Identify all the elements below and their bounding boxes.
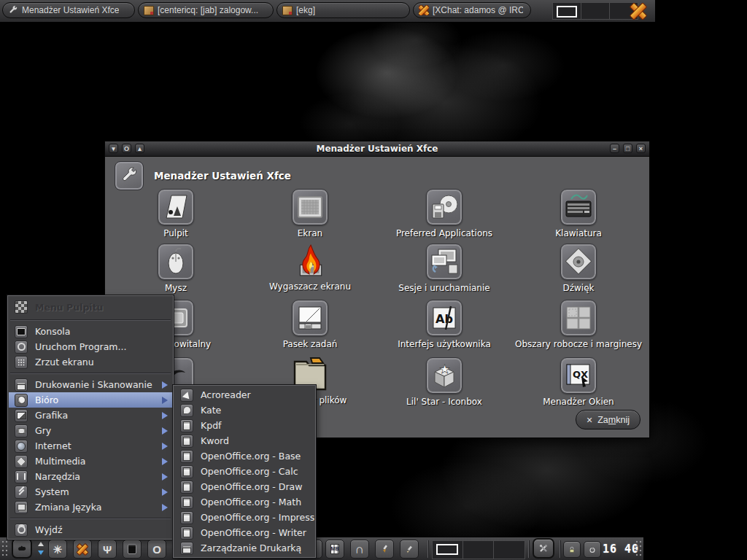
panel-down-arrow-icon[interactable] [38,551,44,555]
kate-icon [180,404,193,417]
xchat-tray-icon[interactable] [630,3,646,19]
psi-launcher[interactable]: Ψ [98,540,117,559]
bioro-submenu: Acroreader Kate Kpdf Kword OpenOffice.or… [173,385,316,558]
panel-handle-left[interactable] [1,540,8,558]
settings-item-pasek-zadan[interactable]: Pasek zadań [244,300,376,349]
settings-item-ekran[interactable]: Ekran [244,189,376,238]
menu-item-internet[interactable]: Internet [9,438,172,454]
settings-item-pulpit[interactable]: Pulpit [110,189,241,238]
maximize-button[interactable]: □ [623,144,632,153]
submenu-item-oo-draw[interactable]: OpenOffice.org - Draw [174,479,314,494]
workspace-2[interactable] [463,541,494,559]
office-clock-icon [15,394,28,407]
taskbar-button-centericq[interactable]: [centericq: [jab] zalogow... [138,2,274,18]
window-titlebar[interactable]: ▾ O ▴ Menadżer Ustawień Xfce – □ × [105,141,649,157]
headphones-launcher[interactable]: ∩ [350,540,369,559]
lock-screen-button[interactable] [563,541,581,558]
submenu-arrow-icon [162,412,168,419]
taskbar-button-xchat[interactable]: [XChat: adamos @ IRCne... [413,2,531,18]
sticky-button[interactable]: O [122,144,131,153]
menu-item-konsola[interactable]: Konsola [9,324,172,339]
draw-launcher[interactable] [400,540,419,559]
menu-separator [10,373,171,374]
desktop-icon [158,189,194,225]
settings-item-label: Sesje i uruchamianie [379,283,510,293]
settings-item-sesje[interactable]: Sesje i uruchamianie [379,244,510,293]
submenu-item-oo-writer[interactable]: OpenOffice.org - Writer [174,525,314,540]
wrench-small-icon [15,486,28,499]
power-icon [589,544,596,556]
menu-item-wyjdz[interactable]: Wyjdź [9,522,172,537]
pencil-icon [405,542,414,556]
menu-item-zmiana-jezyka[interactable]: Zmiana Języka [9,499,172,515]
menu-item-multimedia[interactable]: Multimedia [9,454,172,469]
settings-item-label: Dźwięk [513,283,644,293]
terminal-launcher[interactable] [123,540,142,559]
settings-item-dzwiek[interactable]: Dźwięk [513,244,644,293]
workspace-window-outline [557,6,577,18]
close-dialog-button[interactable]: × Zamknij [576,410,640,429]
power-button[interactable] [584,541,601,558]
settings-item-wygaszacz[interactable]: Wygaszacz ekranu [244,244,376,292]
submenu-item-kword[interactable]: Kword [174,433,314,448]
submenu-item-oo-base[interactable]: OpenOffice.org - Base [174,448,314,464]
panel-separator [560,540,560,558]
opera-icon: O [152,544,161,555]
taskbar-button-ekg[interactable]: [ekg] [276,2,410,18]
submenu-item-kate[interactable]: Kate [174,402,314,418]
submenu-item-oo-calc[interactable]: OpenOffice.org - Calc [174,464,314,479]
xchat-icon [77,544,88,554]
terminal-icon [15,325,28,338]
close-window-button[interactable]: × [636,144,646,153]
ui-font-icon: Ab [426,300,462,336]
settings-tools-button[interactable] [533,538,554,559]
settings-item-iconbox[interactable]: ★ Lil' Star - Iconbox [379,357,510,407]
menu-item-drukowanie[interactable]: Drukowanie i Skanowanie [9,377,172,392]
brush-launcher[interactable] [375,540,394,559]
menu-item-gry[interactable]: Gry [9,423,172,438]
submenu-arrow-icon [162,381,168,389]
settings-item-obszary[interactable]: Obszary robocze i marginesy [513,300,644,349]
panel-up-arrow-icon[interactable] [38,542,44,546]
submenu-item-zarzadzanie-drukarka[interactable]: Zarządzanie Drukarką [174,540,314,556]
settings-item-label: Pasek zadań [244,339,376,349]
mailbox-launcher[interactable]: MB [325,540,344,559]
submenu-item-acroreader[interactable]: Acroreader [174,387,314,402]
submenu-item-kpdf[interactable]: Kpdf [174,418,314,433]
task-label: [ekg] [296,5,315,15]
settings-item-preferred-applications[interactable]: Preferred Applications [379,189,510,238]
workspace-2[interactable] [581,3,610,19]
menu-item-narzedzia[interactable]: Narzędzia [9,469,172,484]
settings-item-menadzer-okien[interactable]: QX Menadżer Okien [513,357,644,407]
brush-icon [380,542,389,556]
oo-writer-icon [180,526,193,540]
panel-handle-right[interactable] [635,540,642,558]
xfce-menu-button[interactable] [12,538,32,559]
minimize-button[interactable]: – [610,144,619,153]
shade-button[interactable]: ▾ [109,144,118,153]
unshade-button[interactable]: ▴ [135,144,144,153]
xchat-launcher[interactable] [73,540,92,559]
settings-item-interfejs[interactable]: Ab Interfejs użytkownika [379,300,510,349]
settings-item-klawiatura[interactable]: Klawiatura [513,189,644,238]
task-label: [XChat: adamos @ IRCne... [433,5,523,15]
utensils-icon [15,470,28,483]
gear-launcher[interactable]: ☀ [48,540,67,559]
settings-item-label: Preferred Applications [379,228,510,238]
workspace-1[interactable] [433,541,463,559]
menu-item-uruchom[interactable]: Uruchom Program... [9,339,172,354]
opera-launcher[interactable]: O [147,540,166,559]
workspace-3[interactable] [494,541,524,559]
close-x-icon: × [587,415,592,425]
taskbar-button-settings[interactable]: Menadżer Ustawień Xfce [2,2,135,18]
menu-item-bioro[interactable]: Bióro [9,392,172,408]
submenu-item-oo-math[interactable]: OpenOffice.org - Math [174,494,314,510]
submenu-item-oo-impress[interactable]: OpenOffice.org - Impress [174,510,314,525]
menu-item-grafika[interactable]: Grafika [9,408,172,423]
settings-item-mysz[interactable]: Mysz [110,244,241,293]
menu-item-system[interactable]: System [9,484,172,499]
workspace-1[interactable] [553,3,581,19]
menu-item-zrzut[interactable]: Zrzut ekranu [9,354,172,370]
keyboard-icon [560,189,597,225]
sound-diamond-icon [560,244,597,280]
